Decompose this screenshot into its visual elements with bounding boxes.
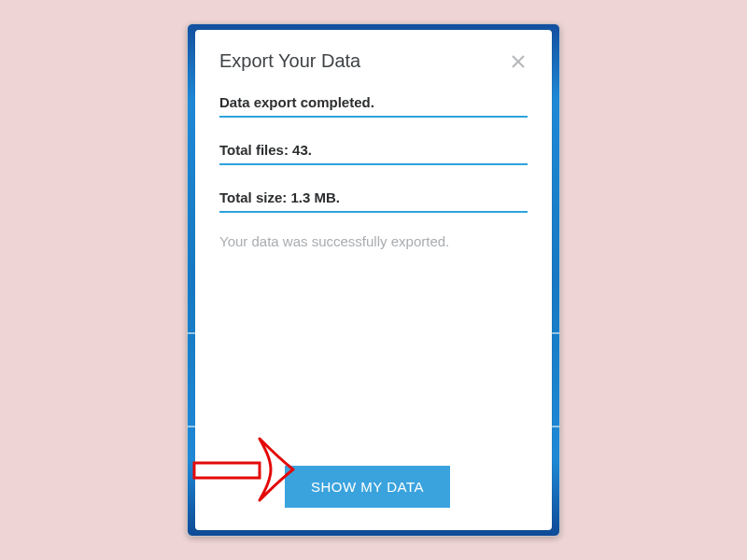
spacer [219, 249, 528, 466]
close-button[interactable] [509, 52, 528, 71]
export-dialog: Export Your Data Data export completed. … [195, 30, 552, 530]
app-window-frame: Export Your Data Data export completed. … [187, 23, 560, 537]
total-files-line: Total files: 43. [219, 142, 528, 165]
dialog-title: Export Your Data [219, 50, 360, 72]
success-message: Your data was successfully exported. [219, 233, 528, 249]
close-icon [512, 55, 525, 68]
show-my-data-button[interactable]: SHOW MY DATA [285, 466, 450, 508]
export-status-line: Data export completed. [219, 94, 528, 118]
dialog-header: Export Your Data [219, 50, 528, 72]
page-stage: Export Your Data Data export completed. … [0, 0, 747, 560]
total-size-line: Total size: 1.3 MB. [219, 189, 528, 213]
